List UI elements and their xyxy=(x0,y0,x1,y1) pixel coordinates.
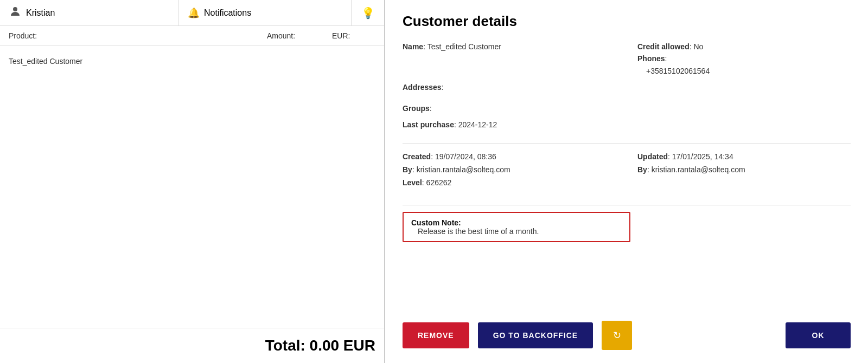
product-header: Product: xyxy=(9,31,267,40)
total-value: Total: 0.00 EUR xyxy=(265,337,375,354)
details-grid: Name: Test_edited Customer Credit allowe… xyxy=(403,41,851,94)
total-bar: Total: 0.00 EUR xyxy=(0,328,384,363)
user-name: Kristian xyxy=(26,8,55,18)
right-panel: Customer details Name: Test_edited Custo… xyxy=(385,0,868,363)
divider-1 xyxy=(403,144,851,144)
name-value: Test_edited Customer xyxy=(427,42,501,51)
product-name: Test_edited Customer xyxy=(9,57,82,66)
custom-note-box: Custom Note: Release is the best time of… xyxy=(403,212,630,242)
eur-header: EUR: xyxy=(332,31,375,40)
last-purchase-label: Last purchase xyxy=(403,120,454,129)
meta-grid: Created: 19/07/2024, 08:36 By: kristian.… xyxy=(403,151,851,189)
purchase-grid: Groups: Last purchase: 2024-12-12 xyxy=(403,102,851,131)
notifications-label: Notifications xyxy=(204,8,251,18)
svg-point-0 xyxy=(13,7,17,11)
custom-note-text: Release is the best time of a month. xyxy=(411,227,622,236)
phones-field: Phones: +35815102061564 xyxy=(637,53,851,77)
updated-field: Updated: 17/01/2025, 14:34 xyxy=(637,151,851,164)
custom-note-label: Custom Note: xyxy=(411,218,622,227)
created-label: Created xyxy=(403,152,431,161)
updated-by-value: kristian.rantala@solteq.com xyxy=(652,165,745,174)
updated-label: Updated xyxy=(637,152,668,161)
updated-col: Updated: 17/01/2025, 14:34 By: kristian.… xyxy=(637,151,851,189)
column-headers: Product: Amount: EUR: xyxy=(0,26,384,46)
phones-label: Phones xyxy=(637,54,665,63)
notifications-button[interactable]: 🔔 Notifications xyxy=(179,0,352,25)
amount-header: Amount: xyxy=(267,31,332,40)
user-icon xyxy=(9,5,22,21)
created-by-value: kristian.rantala@solteq.com xyxy=(417,165,510,174)
phones-value: +35815102061564 xyxy=(637,67,710,75)
groups-label: Groups xyxy=(403,104,430,113)
level-field: Level: 626262 xyxy=(403,177,616,190)
groups-field: Groups: xyxy=(403,102,616,114)
name-label: Name xyxy=(403,42,423,51)
bell-icon: 🔔 xyxy=(188,7,200,19)
page-title: Customer details xyxy=(403,13,851,30)
level-label: Level xyxy=(403,178,422,187)
action-buttons: REMOVE GO TO BACKOFFICE ↻ OK xyxy=(403,321,851,350)
bulb-icon: 💡 xyxy=(361,7,375,20)
last-purchase-field: Last purchase: 2024-12-12 xyxy=(403,119,616,131)
left-panel: Kristian 🔔 Notifications 💡 Product: Amou… xyxy=(0,0,385,363)
credit-label: Credit allowed xyxy=(637,42,690,51)
updated-by-label: By xyxy=(637,165,647,174)
product-list: Test_edited Customer xyxy=(0,46,384,328)
created-field: Created: 19/07/2024, 08:36 xyxy=(403,151,616,164)
addresses-label: Addresses xyxy=(403,83,442,92)
backoffice-button[interactable]: GO TO BACKOFFICE xyxy=(478,322,593,348)
created-value: 19/07/2024, 08:36 xyxy=(435,152,496,161)
credit-value: No xyxy=(693,42,703,51)
divider-2 xyxy=(403,205,851,205)
updated-value: 17/01/2025, 14:34 xyxy=(672,152,733,161)
last-purchase-value: 2024-12-12 xyxy=(458,120,497,129)
credit-col: Credit allowed: No Phones: +358151020615… xyxy=(637,41,851,77)
created-by-label: By xyxy=(403,165,412,174)
refresh-button[interactable]: ↻ xyxy=(602,321,632,350)
user-button[interactable]: Kristian xyxy=(0,0,179,25)
addresses-field: Addresses: xyxy=(403,81,616,93)
ok-button[interactable]: OK xyxy=(786,322,851,348)
level-value: 626262 xyxy=(426,178,452,187)
list-item[interactable]: Test_edited Customer xyxy=(9,55,375,68)
created-col: Created: 19/07/2024, 08:36 By: kristian.… xyxy=(403,151,616,189)
remove-button[interactable]: REMOVE xyxy=(403,322,469,348)
credit-field: Credit allowed: No xyxy=(637,41,851,53)
name-field: Name: Test_edited Customer xyxy=(403,41,616,77)
lightbulb-button[interactable]: 💡 xyxy=(352,0,384,25)
top-bar: Kristian 🔔 Notifications 💡 xyxy=(0,0,384,26)
updated-by-field: By: kristian.rantala@solteq.com xyxy=(637,164,851,177)
created-by-field: By: kristian.rantala@solteq.com xyxy=(403,164,616,177)
